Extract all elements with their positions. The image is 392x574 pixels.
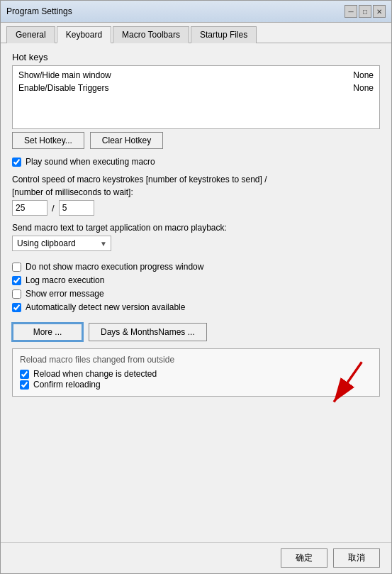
reload-section: Reload macro files changed from outside … [12, 348, 380, 397]
content-area: Hot keys Show/Hide main window None Enab… [1, 43, 391, 542]
send-macro-section: Send macro text to target application on… [12, 223, 380, 251]
no-progress-label: Do not show macro execution progress win… [26, 262, 203, 272]
hotkeys-section: Hot keys Show/Hide main window None Enab… [12, 52, 380, 149]
close-button[interactable]: ✕ [373, 5, 386, 18]
days-months-button[interactable]: Days & MonthsNames ... [89, 323, 207, 341]
no-progress-checkbox[interactable] [12, 263, 21, 272]
cancel-button[interactable]: 取消 [333, 548, 380, 568]
reload-when-detected-checkbox[interactable] [20, 370, 29, 379]
hotkey-buttons: Set Hotkey... Clear Hotkey [12, 132, 380, 149]
control-speed-section: Control speed of macro keystrokes [numbe… [12, 175, 380, 216]
log-execution-checkbox[interactable] [12, 276, 21, 285]
minimize-button[interactable]: ─ [345, 5, 357, 18]
set-hotkey-button[interactable]: Set Hotkey... [12, 132, 84, 149]
reload-when-detected-label: Reload when change is detected [33, 369, 157, 379]
tab-macro-toolbars[interactable]: Macro Toolbars [113, 26, 189, 43]
tab-keyboard[interactable]: Keyboard [57, 26, 111, 43]
title-bar: Program Settings ─ □ ✕ [1, 1, 391, 23]
speed-separator: / [52, 203, 55, 214]
speed-inputs-row: / [12, 200, 380, 216]
keystrokes-input[interactable] [12, 200, 47, 216]
main-window: Program Settings ─ □ ✕ General Keyboard … [0, 0, 392, 574]
checkbox-row-1: Do not show macro execution progress win… [12, 262, 380, 272]
checkbox-row-3: Show error message [12, 289, 380, 299]
reload-checkbox-row-2: Confirm reloading [20, 380, 372, 390]
clear-hotkey-button[interactable]: Clear Hotkey [90, 132, 163, 149]
milliseconds-input[interactable] [59, 200, 94, 216]
tab-general[interactable]: General [6, 26, 55, 43]
table-row: Enable/Disable Triggers None [16, 82, 376, 94]
reload-checkbox-row-1: Reload when change is detected [20, 369, 372, 379]
footer: 确定 取消 [1, 542, 391, 573]
more-buttons-row: More ... Days & MonthsNames ... [12, 323, 380, 341]
send-method-dropdown-wrapper: Using clipboard Using keystrokes Using S… [12, 236, 111, 251]
confirm-reloading-checkbox[interactable] [20, 380, 29, 390]
hotkeys-label: Hot keys [12, 52, 380, 62]
checkbox-row-4: Automatically detect new version availab… [12, 302, 380, 312]
checkbox-row-2: Log macro execution [12, 275, 380, 285]
tabs-bar: General Keyboard Macro Toolbars Startup … [1, 23, 391, 43]
hotkey-action-1: Show/Hide main window [18, 70, 111, 80]
control-speed-line2: [number of milliseconds to wait]: [12, 187, 380, 197]
options-checkboxes: Do not show macro execution progress win… [12, 261, 380, 313]
play-sound-checkbox[interactable] [12, 158, 21, 167]
hotkey-value-2: None [353, 83, 374, 93]
show-error-label: Show error message [26, 289, 104, 299]
maximize-button[interactable]: □ [359, 5, 371, 18]
auto-detect-checkbox[interactable] [12, 303, 21, 312]
reload-section-label: Reload macro files changed from outside [20, 355, 372, 365]
title-controls: ─ □ ✕ [345, 5, 386, 18]
reload-section-wrapper: Reload macro files changed from outside … [12, 348, 380, 397]
hotkeys-box: Show/Hide main window None Enable/Disabl… [12, 65, 380, 129]
table-row: Show/Hide main window None [16, 69, 376, 82]
log-execution-label: Log macro execution [26, 275, 104, 285]
hotkey-value-1: None [353, 70, 374, 80]
control-speed-line1: Control speed of macro keystrokes [numbe… [12, 175, 380, 184]
show-error-checkbox[interactable] [12, 289, 21, 299]
tab-startup-files[interactable]: Startup Files [191, 26, 257, 43]
auto-detect-label: Automatically detect new version availab… [26, 302, 185, 312]
window-title: Program Settings [6, 6, 72, 16]
hotkey-action-2: Enable/Disable Triggers [18, 83, 108, 93]
confirm-reloading-label: Confirm reloading [33, 380, 101, 390]
more-button[interactable]: More ... [12, 323, 83, 341]
play-sound-label: Play sound when executing macro [26, 157, 155, 167]
send-method-dropdown[interactable]: Using clipboard Using keystrokes Using S… [12, 236, 111, 251]
ok-button[interactable]: 确定 [281, 548, 327, 568]
send-macro-label: Send macro text to target application on… [12, 223, 380, 233]
play-sound-row: Play sound when executing macro [12, 157, 380, 167]
